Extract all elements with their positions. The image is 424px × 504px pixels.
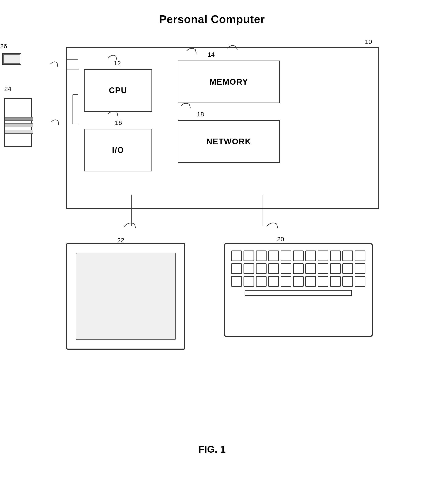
ref-10: 10 <box>365 38 372 45</box>
ref-20: 20 <box>277 236 284 243</box>
memory-label: MEMORY <box>209 77 248 87</box>
ref-18: 18 <box>197 111 204 118</box>
key <box>355 263 365 274</box>
keyboard-keys-row3 <box>231 276 365 287</box>
key <box>355 251 365 261</box>
disk-slot-1 <box>5 117 33 121</box>
ref-22: 22 <box>117 237 124 244</box>
svg-line-5 <box>135 224 136 228</box>
key <box>231 263 242 274</box>
key <box>330 276 341 287</box>
key <box>281 263 291 274</box>
key <box>330 263 341 274</box>
diagram-container: CPU MEMORY I/O NETWORK 10 12 14 16 18 26… <box>32 30 392 461</box>
keyboard <box>224 243 373 337</box>
disk-body <box>4 98 32 147</box>
key <box>281 251 291 261</box>
keyboard-spacebar <box>245 290 352 296</box>
key <box>256 263 267 274</box>
disk-slot-2 <box>5 123 33 127</box>
cpu-label: CPU <box>109 86 127 95</box>
key <box>231 251 242 261</box>
key <box>330 251 341 261</box>
mouse-inner <box>3 54 20 64</box>
fig-label: FIG. 1 <box>198 443 226 455</box>
svg-line-6 <box>277 224 278 228</box>
mouse-area: 26 <box>0 43 34 85</box>
disk-drive: 24 <box>4 85 38 149</box>
ref-24: 24 <box>4 85 11 93</box>
key <box>256 251 267 261</box>
monitor-screen <box>76 253 176 340</box>
key <box>243 263 254 274</box>
key <box>355 276 365 287</box>
keyboard-keys-row1 <box>231 251 365 261</box>
key <box>318 251 328 261</box>
io-label: I/O <box>112 146 124 155</box>
cpu-box: CPU <box>84 69 152 112</box>
key <box>281 276 291 287</box>
key <box>268 251 279 261</box>
key <box>305 263 316 274</box>
ref-26: 26 <box>0 43 7 50</box>
key <box>293 263 304 274</box>
io-box: I/O <box>84 129 152 171</box>
pc-box: CPU MEMORY I/O NETWORK 10 12 14 16 18 <box>66 47 379 209</box>
ref-14: 14 <box>207 51 215 58</box>
key <box>305 251 316 261</box>
key <box>243 251 254 261</box>
network-label: NETWORK <box>206 137 251 146</box>
svg-line-8 <box>57 63 58 67</box>
key <box>342 276 353 287</box>
ref-12: 12 <box>114 59 121 67</box>
monitor <box>66 243 185 350</box>
key <box>293 251 304 261</box>
key <box>305 276 316 287</box>
network-box: NETWORK <box>178 120 280 163</box>
key <box>268 276 279 287</box>
key <box>318 276 328 287</box>
ref-16: 16 <box>115 119 122 126</box>
key <box>318 263 328 274</box>
key <box>293 276 304 287</box>
page-title: Personal Computer <box>0 0 424 25</box>
keyboard-keys-row2 <box>231 263 365 274</box>
key <box>256 276 267 287</box>
memory-box: MEMORY <box>178 61 280 103</box>
key <box>342 263 353 274</box>
svg-line-7 <box>58 121 59 125</box>
key <box>243 276 254 287</box>
key <box>231 276 242 287</box>
disk-slot-3 <box>5 130 33 134</box>
key <box>268 263 279 274</box>
key <box>342 251 353 261</box>
